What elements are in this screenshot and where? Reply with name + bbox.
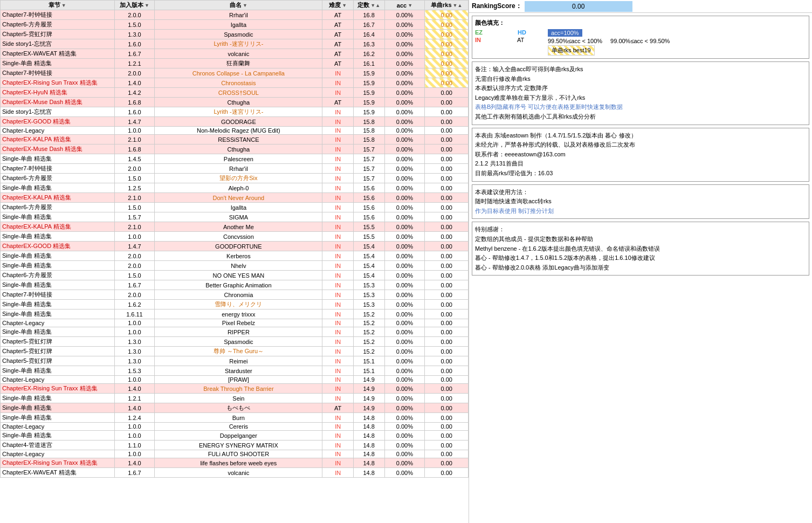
- cell-rks: 0.00: [425, 10, 469, 20]
- sort-arrow-acc[interactable]: ▼: [408, 3, 412, 8]
- credits-content: 本表由 东域eastown 制作（1.4.7/1.5/1.5.2版本由 暮心 修…: [475, 131, 806, 178]
- cell-acc[interactable]: 0.00%: [384, 232, 425, 242]
- cell-acc[interactable]: 0.00%: [384, 242, 425, 251]
- cell-const: 15.2: [353, 347, 384, 356]
- cell-acc[interactable]: 0.00%: [384, 30, 425, 39]
- usage-2: 作为目标表使用 制订推分计划: [475, 207, 806, 216]
- cell-acc[interactable]: 0.00%: [384, 98, 425, 107]
- cell-acc[interactable]: 0.00%: [384, 450, 425, 458]
- cell-const: 15.7: [353, 154, 384, 164]
- cell-acc[interactable]: 0.00%: [384, 468, 425, 478]
- table-row: Chapter7-时钟链接2.0.0Rrhar'ilIN15.70.00%0.0…: [1, 164, 469, 174]
- cell-const: 15.5: [353, 232, 384, 242]
- cell-diff: IN: [322, 144, 354, 154]
- cell-version: 1.6.7: [114, 280, 155, 290]
- cell-version: 1.3.0: [114, 30, 155, 39]
- cell-acc[interactable]: 0.00%: [384, 376, 425, 384]
- cell-const: 15.8: [353, 135, 384, 144]
- cell-acc[interactable]: 0.00%: [384, 356, 425, 366]
- sort-arrow-rks[interactable]: ▼▲: [453, 3, 463, 8]
- cell-chapter: ChapterEX-Rising Sun Traxx 精选集: [1, 458, 115, 468]
- cell-acc[interactable]: 0.00%: [384, 117, 425, 127]
- cell-acc[interactable]: 0.00%: [384, 49, 425, 59]
- cell-acc[interactable]: 0.00%: [384, 144, 425, 154]
- cell-acc[interactable]: 0.00%: [384, 290, 425, 300]
- cell-acc[interactable]: 0.00%: [384, 319, 425, 327]
- cell-acc[interactable]: 0.00%: [384, 261, 425, 271]
- cell-acc[interactable]: 0.00%: [384, 20, 425, 30]
- cell-acc[interactable]: 0.00%: [384, 280, 425, 290]
- cell-acc[interactable]: 0.00%: [384, 174, 425, 183]
- cell-acc[interactable]: 0.00%: [384, 88, 425, 98]
- cell-diff: IN: [322, 300, 354, 309]
- cell-acc[interactable]: 0.00%: [384, 394, 425, 403]
- cell-chapter: Single-单曲 精选集: [1, 251, 115, 261]
- cell-acc[interactable]: 0.00%: [384, 164, 425, 174]
- sort-arrow-const[interactable]: ▼▲: [370, 3, 380, 8]
- cell-acc[interactable]: 0.00%: [384, 135, 425, 144]
- cell-acc[interactable]: 0.00%: [384, 78, 425, 88]
- color-in: IN: [475, 37, 481, 43]
- cell-acc[interactable]: 0.00%: [384, 441, 425, 450]
- main-container: 章节 ▼ 加入版本 ▼ 曲名: [0, 0, 812, 523]
- sort-arrow-chapter[interactable]: ▼: [61, 3, 66, 8]
- sort-arrow-name[interactable]: ▼: [243, 3, 247, 8]
- cell-acc[interactable]: 0.00%: [384, 68, 425, 78]
- cell-rks: 0.00: [425, 127, 469, 135]
- cell-name: energy trixxx: [155, 309, 322, 319]
- cell-diff: IN: [322, 319, 354, 327]
- cell-acc[interactable]: 0.00%: [384, 366, 425, 376]
- cell-acc[interactable]: 0.00%: [384, 193, 425, 203]
- cell-acc[interactable]: 0.00%: [384, 222, 425, 232]
- cell-acc[interactable]: 0.00%: [384, 212, 425, 222]
- cell-acc[interactable]: 0.00%: [384, 107, 425, 117]
- cell-diff: AT: [322, 59, 354, 68]
- sort-arrow-diff[interactable]: ▼: [342, 3, 347, 8]
- cell-acc[interactable]: 0.00%: [384, 300, 425, 309]
- cell-version: 1.2.5: [114, 183, 155, 193]
- cell-rks: 0.00: [425, 232, 469, 242]
- cell-version: 1.0.0: [114, 232, 155, 242]
- table-row: Chapter-Legacy1.0.0[PRAW]IN14.90.00%0.00: [1, 376, 469, 384]
- cell-acc[interactable]: 0.00%: [384, 423, 425, 431]
- cell-version: 1.0.0: [114, 423, 155, 431]
- cell-acc[interactable]: 0.00%: [384, 154, 425, 164]
- cell-version: 1.2.4: [114, 413, 155, 423]
- cell-acc[interactable]: 0.00%: [384, 413, 425, 423]
- cell-acc[interactable]: 0.00%: [384, 203, 425, 212]
- cell-acc[interactable]: 0.00%: [384, 251, 425, 261]
- color-hd: HD: [518, 29, 526, 36]
- cell-acc[interactable]: 0.00%: [384, 309, 425, 319]
- cell-chapter: ChapterEX-Muse Dash 精选集: [1, 98, 115, 107]
- cell-acc[interactable]: 0.00%: [384, 431, 425, 441]
- cell-acc[interactable]: 0.00%: [384, 384, 425, 394]
- cell-acc[interactable]: 0.00%: [384, 347, 425, 356]
- cell-acc[interactable]: 0.00%: [384, 183, 425, 193]
- cell-rks: 0.00: [425, 174, 469, 183]
- info-panels: 颜色填充： EZ HD IN AT acc=1: [469, 13, 812, 278]
- cell-diff: IN: [322, 183, 354, 193]
- cell-const: 15.4: [353, 261, 384, 271]
- cell-rks: 0.00: [425, 212, 469, 222]
- cell-chapter: Single-单曲 精选集: [1, 261, 115, 271]
- cell-const: 15.7: [353, 174, 384, 183]
- cell-rks: 0.00: [425, 203, 469, 212]
- note-1: 备注：输入全曲acc即可得到单曲rks及rks: [475, 65, 806, 74]
- sort-arrow-version[interactable]: ▼: [144, 3, 149, 8]
- cell-chapter: Side story1-忘忧宫: [1, 39, 115, 49]
- cell-acc[interactable]: 0.00%: [384, 403, 425, 413]
- table-row: Chapter6-方舟履景1.5.0IgalltaIN15.60.00%0.00: [1, 203, 469, 212]
- cell-name: Break Through The Barrier: [155, 384, 322, 394]
- cell-acc[interactable]: 0.00%: [384, 59, 425, 68]
- cell-rks: 0.00: [425, 423, 469, 431]
- cell-diff: AT: [322, 39, 354, 49]
- cell-const: 14.9: [353, 376, 384, 384]
- cell-acc[interactable]: 0.00%: [384, 127, 425, 135]
- cell-acc[interactable]: 0.00%: [384, 39, 425, 49]
- table-row: Chapter7-时钟链接2.0.0Rrhar'ilAT16.80.00%0.0…: [1, 10, 469, 20]
- cell-acc[interactable]: 0.00%: [384, 10, 425, 20]
- cell-acc[interactable]: 0.00%: [384, 337, 425, 347]
- cell-acc[interactable]: 0.00%: [384, 327, 425, 337]
- cell-acc[interactable]: 0.00%: [384, 458, 425, 468]
- cell-acc[interactable]: 0.00%: [384, 271, 425, 280]
